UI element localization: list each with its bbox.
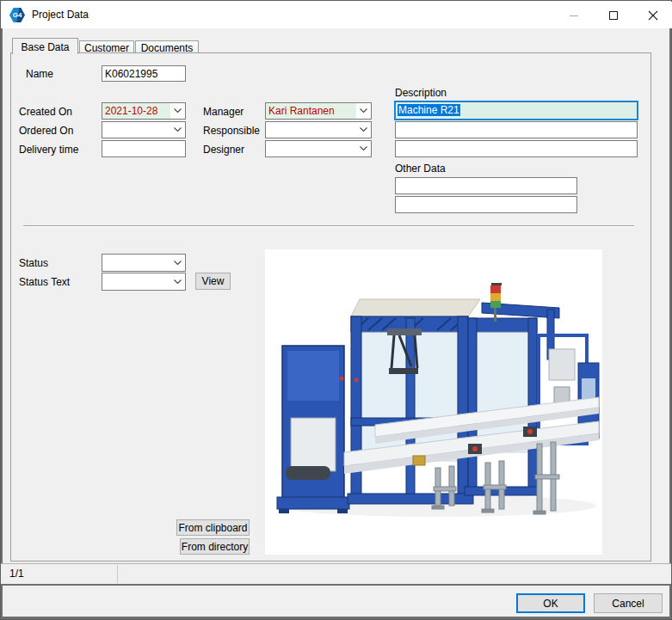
name-label: Name <box>26 68 53 80</box>
close-icon <box>648 10 658 21</box>
from-directory-button[interactable]: From directory <box>180 538 250 555</box>
tab-documents[interactable]: Documents <box>135 40 199 53</box>
tab-customer[interactable]: Customer <box>79 40 134 53</box>
other-data-input-2[interactable] <box>395 196 577 213</box>
status-bar: 1/1 <box>1 563 671 586</box>
chevron-down-icon[interactable] <box>356 141 371 157</box>
delivery-time-input[interactable] <box>102 140 186 157</box>
status-value <box>102 255 170 271</box>
tab-base-data[interactable]: Base Data <box>12 38 78 54</box>
created-on-value: 2021-10-28 <box>102 103 170 119</box>
view-button[interactable]: View <box>195 273 231 290</box>
status-bar-divider <box>117 565 118 583</box>
window-title: Project Data <box>32 1 89 28</box>
minimize-button <box>554 2 594 28</box>
machine-photo-illustration <box>265 249 602 555</box>
designer-label: Designer <box>203 144 244 156</box>
created-on-combo[interactable]: 2021-10-28 <box>102 102 186 120</box>
chevron-down-icon[interactable] <box>356 122 371 138</box>
delivery-time-label: Delivery time <box>19 144 78 156</box>
designer-value <box>266 141 356 157</box>
project-data-dialog: G4 Project Data Base Data Customer Docum… <box>0 0 672 620</box>
ordered-on-label: Ordered On <box>19 125 73 137</box>
from-clipboard-button[interactable]: From clipboard <box>176 519 250 536</box>
chevron-down-icon[interactable] <box>170 103 185 119</box>
chevron-down-icon[interactable] <box>170 273 185 290</box>
description-input-2[interactable] <box>395 121 638 138</box>
responsible-combo[interactable] <box>265 121 372 138</box>
created-on-label: Created On <box>19 106 72 118</box>
ordered-on-value <box>102 122 170 138</box>
cancel-button[interactable]: Cancel <box>594 593 663 613</box>
record-pager: 1/1 <box>9 568 24 580</box>
other-data-input-1[interactable] <box>395 177 577 194</box>
name-input[interactable] <box>102 65 186 82</box>
status-text-value <box>102 273 170 290</box>
maximize-button[interactable] <box>594 2 633 28</box>
manager-value: Kari Rantanen <box>266 103 356 119</box>
chevron-down-icon[interactable] <box>170 255 185 271</box>
manager-label: Manager <box>203 106 244 118</box>
other-data-label: Other Data <box>395 163 446 175</box>
maximize-icon <box>609 11 618 20</box>
designer-combo[interactable] <box>265 140 372 157</box>
manager-combo[interactable]: Kari Rantanen <box>265 102 372 120</box>
description-label: Description <box>395 87 447 99</box>
section-separator <box>23 225 634 227</box>
ok-button[interactable]: OK <box>516 593 585 613</box>
minimize-icon <box>570 15 578 16</box>
close-button[interactable] <box>633 2 672 28</box>
ordered-on-combo[interactable] <box>102 121 186 138</box>
project-photo <box>265 249 602 555</box>
description-input-3[interactable] <box>395 140 638 157</box>
chevron-down-icon[interactable] <box>356 103 371 119</box>
status-text-label: Status Text <box>19 276 70 288</box>
app-logo-icon: G4 <box>9 8 25 22</box>
tab-base-data-label: Base Data <box>21 41 69 53</box>
status-combo[interactable] <box>102 254 186 272</box>
status-text-combo[interactable] <box>102 273 186 291</box>
description-input-1[interactable]: Machine R21 <box>395 101 638 120</box>
responsible-value <box>266 122 356 138</box>
responsible-label: Responsible <box>203 125 260 137</box>
status-label: Status <box>19 257 48 269</box>
chevron-down-icon[interactable] <box>170 122 185 138</box>
description-selected-text: Machine R21 <box>398 104 460 116</box>
title-bar[interactable]: G4 Project Data <box>1 1 671 28</box>
